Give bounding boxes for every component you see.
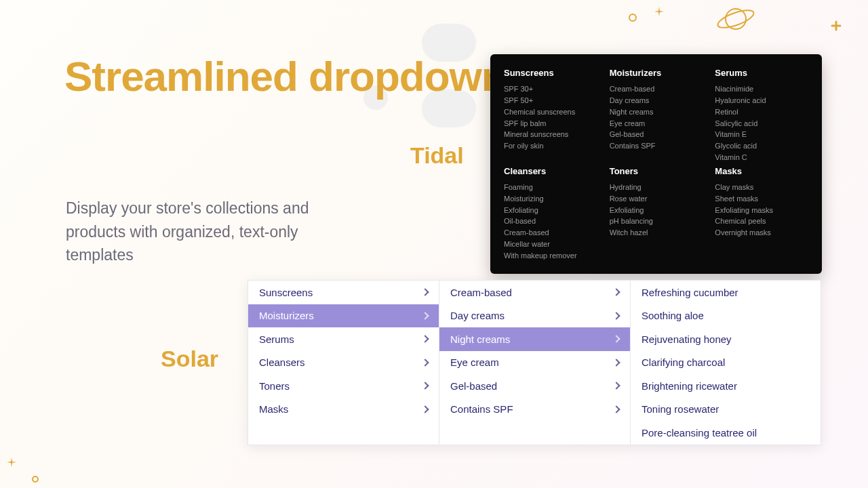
solar-item-label: Night creams	[450, 333, 510, 345]
solar-item-label: Refreshing cucumber	[642, 287, 738, 298]
solar-menu-item[interactable]: Night creams	[439, 327, 630, 351]
tidal-category-header[interactable]: Moisturizers	[610, 68, 703, 78]
chevron-right-icon	[421, 382, 429, 390]
solar-menu-item[interactable]: Cream-based	[439, 281, 630, 304]
tidal-menu-item[interactable]: Chemical sunscreens	[504, 106, 597, 118]
solar-item-label: Gel-based	[450, 380, 497, 392]
tidal-menu-item[interactable]: Contains SPF	[610, 140, 703, 152]
tidal-menu-item[interactable]: Exfoliating	[504, 205, 597, 216]
tidal-menu-item[interactable]: Overnight masks	[715, 227, 808, 239]
solar-item-label: Moisturizers	[259, 310, 314, 321]
solar-column-2: Cream-basedDay creamsNight creamsEye cre…	[439, 281, 631, 445]
tidal-menu-item[interactable]: Retinol	[715, 106, 808, 118]
tidal-menu-item[interactable]: Gel-based	[610, 129, 703, 140]
tidal-menu-item[interactable]: Moisturizing	[504, 193, 597, 205]
solar-item-label: Sunscreens	[259, 287, 313, 298]
solar-menu-item[interactable]: Day creams	[439, 304, 630, 328]
tidal-menu-item[interactable]: Oil-based	[504, 216, 597, 227]
chevron-right-icon	[612, 312, 620, 319]
solar-item-label: Serums	[259, 333, 294, 345]
tidal-menu-item[interactable]: pH balancing	[610, 216, 703, 227]
solar-item-label: Eye cream	[450, 357, 499, 368]
solar-menu-item[interactable]: Serums	[248, 327, 439, 351]
chevron-right-icon	[421, 359, 429, 366]
solar-item-label: Toners	[259, 380, 290, 392]
svg-point-3	[33, 476, 38, 482]
chevron-right-icon	[421, 336, 429, 343]
solar-menu-item[interactable]: Gel-based	[439, 374, 630, 398]
solar-menu-item[interactable]: Soothing aloe	[631, 304, 822, 328]
tidal-menu-item[interactable]: Foaming	[504, 182, 597, 193]
solar-item-label: Pore-cleansing teatree oil	[642, 427, 757, 439]
tidal-menu-item[interactable]: Cream-based	[504, 227, 597, 239]
tidal-menu-item[interactable]: Micellar water	[504, 239, 597, 250]
tidal-menu-item[interactable]: Mineral sunscreens	[504, 129, 597, 140]
tidal-menu-item[interactable]: Clay masks	[715, 182, 808, 193]
solar-menu-item[interactable]: Pore-cleansing teatree oil	[631, 421, 822, 445]
tidal-menu-item[interactable]: SPF 30+	[504, 83, 597, 95]
solar-menu-item[interactable]: Rejuvenating honey	[631, 327, 822, 351]
chevron-right-icon	[421, 312, 429, 319]
chevron-right-icon	[612, 405, 620, 413]
tidal-menu-item[interactable]: Vitamin E	[715, 129, 808, 140]
tidal-menu-item[interactable]: Hydrating	[610, 182, 703, 193]
tidal-menu-item[interactable]: Salicylic acid	[715, 118, 808, 129]
tidal-category-header[interactable]: Masks	[715, 166, 808, 176]
chevron-right-icon	[612, 336, 620, 343]
tidal-menu-item[interactable]: SPF lip balm	[504, 118, 597, 129]
plus-icon	[831, 20, 842, 31]
solar-item-label: Toning rosewater	[642, 403, 719, 415]
solar-menu-item[interactable]: Sunscreens	[248, 281, 439, 304]
solar-menu-item[interactable]: Moisturizers	[248, 304, 439, 328]
solar-menu-item[interactable]: Eye cream	[439, 351, 630, 375]
tidal-category-header[interactable]: Cleansers	[504, 166, 597, 176]
solar-column-3: Refreshing cucumberSoothing aloeRejuvena…	[631, 281, 822, 445]
solar-item-label: Cleansers	[259, 357, 305, 368]
tidal-menu-item[interactable]: Hyaluronic acid	[715, 95, 808, 106]
tidal-menu-item[interactable]: Rose water	[610, 193, 703, 205]
sparkle-icon	[7, 458, 16, 467]
tidal-menu-item[interactable]: Exfoliating	[610, 205, 703, 216]
solar-item-label: Day creams	[450, 310, 505, 321]
tidal-menu-item[interactable]: Eye cream	[610, 118, 703, 129]
solar-menu-item[interactable]: Toning rosewater	[631, 398, 822, 422]
tidal-menu-item[interactable]: With makeup remover	[504, 250, 597, 262]
tidal-menu-item[interactable]: For oily skin	[504, 140, 597, 152]
chevron-right-icon	[612, 382, 620, 390]
solar-column-1: SunscreensMoisturizersSerumsCleansersTon…	[248, 281, 439, 445]
solar-item-label: Masks	[259, 403, 288, 415]
tidal-menu-item[interactable]: Sheet masks	[715, 193, 808, 205]
tidal-menu-item[interactable]: Chemical peels	[715, 216, 808, 227]
solar-item-label: Brightening ricewater	[642, 380, 737, 392]
solar-menu-item[interactable]: Clarifying charcoal	[631, 351, 822, 375]
tidal-dropdown-panel: SunscreensSPF 30+SPF 50+Chemical sunscre…	[490, 54, 822, 274]
solar-item-label: Cream-based	[450, 287, 512, 298]
chevron-right-icon	[421, 289, 429, 296]
tidal-menu-item[interactable]: Glycolic acid	[715, 140, 808, 152]
tidal-category-header[interactable]: Serums	[715, 68, 808, 78]
solar-menu-item[interactable]: Refreshing cucumber	[631, 281, 822, 304]
solar-item-label: Clarifying charcoal	[642, 357, 725, 368]
tidal-menu-item[interactable]: Night creams	[610, 106, 703, 118]
tidal-menu-item[interactable]: Cream-based	[610, 83, 703, 95]
tidal-menu-item[interactable]: Day creams	[610, 95, 703, 106]
solar-menu-item[interactable]: Contains SPF	[439, 398, 630, 422]
tidal-menu-item[interactable]: Witch hazel	[610, 227, 703, 239]
tidal-label: Tidal	[410, 142, 464, 169]
tidal-menu-item[interactable]: Exfoliating masks	[715, 205, 808, 216]
solar-menu-item[interactable]: Masks	[248, 398, 439, 422]
tidal-menu-item[interactable]: Vitamin C	[715, 152, 808, 163]
tidal-category-header[interactable]: Toners	[610, 166, 703, 176]
tidal-category-header[interactable]: Sunscreens	[504, 68, 597, 78]
sparkle-icon	[654, 7, 664, 16]
tidal-menu-item[interactable]: SPF 50+	[504, 95, 597, 106]
svg-point-1	[716, 7, 756, 31]
solar-menu-item[interactable]: Cleansers	[248, 351, 439, 375]
tidal-menu-item[interactable]: Niacinimide	[715, 83, 808, 95]
solar-label: Solar	[161, 346, 218, 372]
solar-menu-item[interactable]: Brightening ricewater	[631, 374, 822, 398]
chevron-right-icon	[612, 289, 620, 296]
solar-menu-item[interactable]: Toners	[248, 374, 439, 398]
solar-item-label: Soothing aloe	[642, 310, 704, 321]
solar-item-label: Rejuvenating honey	[642, 333, 732, 345]
